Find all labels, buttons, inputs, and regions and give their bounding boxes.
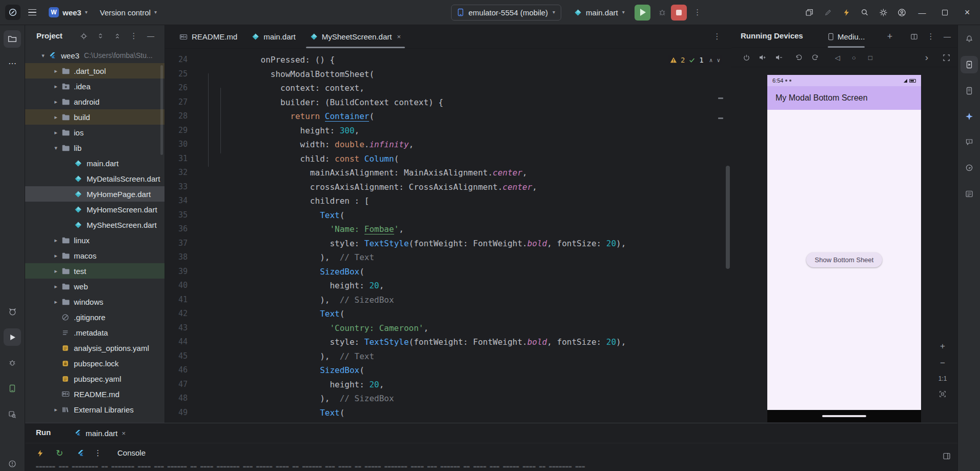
account-avatar-icon[interactable] <box>893 4 910 21</box>
editor-tab-MySheetScreen.dart[interactable]: MySheetScreen.dart× <box>303 25 408 48</box>
code-line[interactable]: 33 crossAxisAlignment: CrossAxisAlignmen… <box>165 180 731 194</box>
line-number[interactable]: 45 <box>165 349 188 364</box>
line-number[interactable]: 27 <box>165 95 188 110</box>
volume-down-icon[interactable] <box>771 50 787 65</box>
hide-panel-icon[interactable]: — <box>941 30 954 43</box>
code-line[interactable]: 48 ), // SizedBox <box>165 391 731 406</box>
prev-problem-icon[interactable]: ∧ <box>709 57 713 64</box>
code-line[interactable]: 24 onPressed: () { <box>165 53 731 67</box>
tree-chevron-icon[interactable]: ▸ <box>50 129 62 136</box>
tree-item-web[interactable]: ▸web <box>25 279 165 294</box>
device-mirroring-icon[interactable] <box>801 4 818 21</box>
line-number[interactable]: 39 <box>165 265 188 279</box>
tree-item-MyHomeScreen.dart[interactable]: MyHomeScreen.dart <box>25 202 165 217</box>
tree-chevron-icon[interactable]: ▸ <box>50 68 62 74</box>
code-line[interactable]: 41 ), // SizedBox <box>165 293 731 307</box>
tree-item-wee3[interactable]: ▾wee3C:\Users\fomba\Stu... <box>25 48 165 63</box>
line-number[interactable]: 24 <box>165 53 188 67</box>
line-number[interactable]: 38 <box>165 250 188 265</box>
android-overview-icon[interactable]: □ <box>863 50 878 65</box>
tree-item-External Libraries[interactable]: ▸External Libraries <box>25 402 165 417</box>
run-button[interactable] <box>635 5 650 21</box>
add-device-icon[interactable]: + <box>883 30 896 43</box>
more-tool-windows-icon[interactable]: ⋯ <box>4 54 21 72</box>
code-line[interactable]: 29 height: 300, <box>165 124 731 138</box>
inspections-widget[interactable]: 2 1 ∧ ∨ <box>668 55 722 65</box>
code-line[interactable]: 32 mainAxisAlignment: MainAxisAlignment.… <box>165 166 731 180</box>
tree-item-test[interactable]: ▸test <box>25 263 165 279</box>
project-options-icon[interactable]: ⋮ <box>127 29 140 43</box>
fit-to-screen-icon[interactable] <box>936 387 949 401</box>
tree-item-MySheetScreen.dart[interactable]: MySheetScreen.dart <box>25 217 165 232</box>
line-number[interactable]: 49 <box>165 406 188 420</box>
window-minimize-icon[interactable]: — <box>911 3 933 22</box>
collapse-all-icon[interactable] <box>111 29 124 43</box>
tree-item-linux[interactable]: ▸linux <box>25 232 165 248</box>
line-number[interactable]: 35 <box>165 208 188 223</box>
run-configuration-selector[interactable]: main.dart ▾ <box>570 6 628 19</box>
line-number[interactable]: 37 <box>165 237 188 251</box>
emulator-screen[interactable]: 6:54 My Modal Bottom Screen Show Bottom … <box>767 75 921 422</box>
zoom-in-icon[interactable]: + <box>936 340 949 353</box>
device-tab[interactable]: Mediu... <box>828 25 865 48</box>
settings-gear-icon[interactable] <box>874 4 892 21</box>
line-number[interactable]: 46 <box>165 363 188 378</box>
line-number[interactable]: 26 <box>165 81 188 95</box>
run-tool-window-icon[interactable] <box>4 328 21 346</box>
split-view-icon[interactable] <box>907 30 921 43</box>
project-tool-icon[interactable] <box>4 30 21 48</box>
window-layout-icon[interactable] <box>943 452 951 460</box>
tree-item-ios[interactable]: ▸ios <box>25 125 165 140</box>
android-back-icon[interactable]: ◁ <box>830 50 845 65</box>
tab-options-icon[interactable]: ⋮ <box>710 29 724 44</box>
tree-chevron-icon[interactable]: ▸ <box>50 283 62 290</box>
line-number[interactable]: 40 <box>165 279 188 293</box>
line-number[interactable]: 29 <box>165 124 188 138</box>
code-line[interactable]: 44 style: TextStyle(fontWeight: FontWeig… <box>165 335 731 349</box>
tree-chevron-icon[interactable]: ▸ <box>50 268 62 274</box>
code-line[interactable]: 30 width: double.infinity, <box>165 138 731 152</box>
rotate-right-icon[interactable] <box>807 50 823 65</box>
todo-icon[interactable] <box>961 185 978 203</box>
hide-panel-icon[interactable]: — <box>144 29 157 43</box>
flutter-attach-icon[interactable] <box>73 445 88 461</box>
expand-all-icon[interactable] <box>94 29 107 43</box>
zoom-out-icon[interactable]: − <box>936 357 949 370</box>
gemini-sparkle-icon[interactable] <box>961 108 978 125</box>
tree-item-windows[interactable]: ▸windows <box>25 294 165 309</box>
line-number[interactable]: 31 <box>165 152 188 166</box>
code-line[interactable]: 36 'Name: Fombae', <box>165 222 731 237</box>
next-problem-icon[interactable]: ∨ <box>717 57 720 64</box>
panel-options-icon[interactable]: ⋮ <box>924 30 937 43</box>
screenshot-icon[interactable] <box>938 50 954 65</box>
tree-item-build[interactable]: ▸build <box>25 109 165 125</box>
stop-button[interactable] <box>671 5 687 21</box>
tree-item-analysis_options.yaml[interactable]: analysis_options.yaml <box>25 340 165 356</box>
editor-scrollbar[interactable] <box>726 166 730 269</box>
tree-item-macos[interactable]: ▸macos <box>25 248 165 263</box>
running-devices-icon[interactable] <box>961 56 978 73</box>
tree-chevron-icon[interactable]: ▸ <box>50 114 62 121</box>
close-tab-icon[interactable]: × <box>397 33 401 41</box>
main-menu-icon[interactable] <box>24 4 41 21</box>
gradle-icon[interactable] <box>961 159 978 176</box>
line-number[interactable]: 33 <box>165 180 188 194</box>
tree-item-pubspec.lock[interactable]: pubspec.lock <box>25 356 165 371</box>
tree-item-.dart_tool[interactable]: ▸.dart_tool <box>25 63 165 78</box>
tree-chevron-icon[interactable]: ▾ <box>37 52 49 59</box>
close-tab-icon[interactable]: × <box>122 429 126 437</box>
tree-item-MyHomePage.dart[interactable]: MyHomePage.dart <box>25 186 165 202</box>
device-selector[interactable]: emulator-5554 (mobile) ▾ <box>451 5 561 21</box>
tree-item-android[interactable]: ▸android <box>25 94 165 109</box>
tree-item-MyDetailsScreen.dart[interactable]: MyDetailsScreen.dart <box>25 171 165 186</box>
code-line[interactable]: 37 style: TextStyle(fontWeight: FontWeig… <box>165 237 731 251</box>
code-line[interactable]: 31 child: const Column( <box>165 152 731 166</box>
window-close-icon[interactable]: × <box>956 3 978 22</box>
tree-chevron-icon[interactable]: ▸ <box>50 299 62 305</box>
tree-item-lib[interactable]: ▾lib <box>25 140 165 155</box>
line-number[interactable]: 43 <box>165 321 188 336</box>
tree-chevron-icon[interactable]: ▸ <box>50 252 62 259</box>
volume-up-icon[interactable] <box>755 50 770 65</box>
assistant-pen-icon[interactable] <box>819 4 836 21</box>
code-line[interactable]: 26 context: context, <box>165 81 731 95</box>
